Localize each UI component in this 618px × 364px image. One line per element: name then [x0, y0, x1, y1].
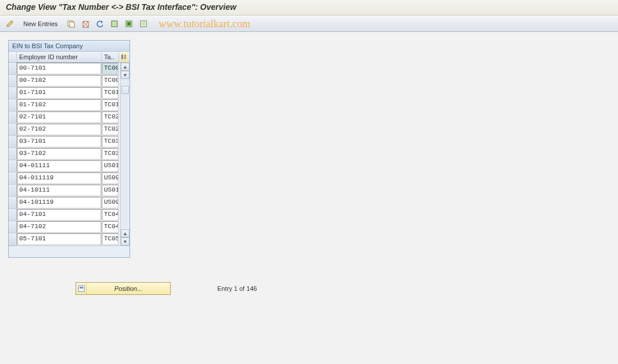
cell-ein[interactable]: 04-7102 — [17, 221, 101, 233]
cell-tax[interactable]: TC05 — [102, 233, 118, 245]
cell-ein[interactable]: 02-7102 — [17, 124, 101, 135]
table-row[interactable]: 05-7101TC05 — [9, 233, 120, 246]
toolbar: New Entries www.tutorialkart.com — [0, 16, 618, 32]
position-icon — [76, 283, 87, 294]
cell-tax[interactable]: TC00 — [102, 75, 118, 87]
cell-tax[interactable]: TC03 — [102, 148, 118, 160]
svg-rect-10 — [121, 55, 123, 59]
scroll-up2-icon[interactable]: ▲ — [121, 229, 130, 237]
page-title: Change View "Tax Number <-> BSI Tax Inte… — [6, 2, 612, 12]
cell-ein[interactable]: 03-7102 — [17, 148, 101, 160]
row-selector[interactable] — [9, 221, 17, 233]
cell-ein[interactable]: 01-7101 — [17, 87, 101, 99]
scroll-up-icon[interactable]: ▲ — [121, 63, 130, 71]
scroll-down2-icon[interactable]: ▼ — [121, 237, 130, 246]
svg-rect-11 — [124, 55, 126, 59]
select-block-icon[interactable] — [123, 18, 135, 30]
row-selector[interactable] — [9, 160, 17, 172]
table-row[interactable]: 04-011119US09 — [9, 172, 120, 185]
row-selector[interactable] — [9, 124, 17, 136]
cell-tax[interactable]: US09 — [102, 197, 118, 208]
row-selector[interactable] — [9, 63, 17, 75]
entry-status: Entry 1 of 146 — [217, 285, 257, 292]
cell-tax[interactable]: TC03 — [102, 136, 118, 147]
svg-rect-9 — [142, 22, 145, 26]
deselect-all-icon[interactable] — [137, 18, 150, 30]
title-bar: Change View "Tax Number <-> BSI Tax Inte… — [0, 0, 618, 16]
position-label: Position... — [87, 285, 170, 292]
row-selector[interactable] — [9, 87, 17, 99]
cell-ein[interactable]: 04-10111 — [17, 185, 101, 196]
select-all-icon[interactable] — [108, 18, 121, 30]
table-row[interactable]: 02-7102TC02 — [9, 124, 120, 136]
table-row[interactable]: 03-7102TC03 — [9, 148, 120, 160]
cell-tax[interactable]: TC02 — [102, 111, 118, 123]
table-row[interactable]: 04-7102TC04 — [9, 221, 120, 233]
cell-ein[interactable]: 05-7101 — [17, 233, 101, 245]
table-title: EIN to BSI Tax Company — [9, 41, 130, 52]
row-selector[interactable] — [9, 172, 17, 185]
svg-rect-1 — [70, 22, 74, 27]
table-config-icon[interactable] — [119, 52, 128, 62]
cell-ein[interactable]: 00-7102 — [17, 75, 101, 87]
svg-rect-5 — [112, 21, 117, 27]
cell-tax[interactable]: TC01 — [102, 99, 118, 111]
delete-icon[interactable] — [79, 18, 92, 30]
cell-ein[interactable]: 00-7101 — [17, 63, 101, 74]
table-row[interactable]: 03-7101TC03 — [9, 136, 120, 148]
cell-ein[interactable]: 04-101119 — [17, 197, 101, 208]
scroll-down-icon[interactable]: ▼ — [121, 71, 130, 79]
table-row[interactable]: 02-7101TC02 — [9, 111, 120, 124]
row-selector[interactable] — [9, 233, 17, 246]
cell-tax[interactable]: US01 — [102, 185, 118, 196]
table-footer — [9, 246, 130, 257]
column-header-tax[interactable]: Ta.. — [102, 52, 119, 62]
cell-ein[interactable]: 04-7101 — [17, 209, 101, 221]
cell-tax[interactable]: US01 — [102, 160, 118, 172]
table-row[interactable]: 04-10111US01 — [9, 185, 120, 197]
svg-rect-7 — [127, 22, 131, 26]
cell-tax[interactable]: TC00 — [102, 63, 118, 74]
table-row[interactable]: 00-7102TC00 — [9, 75, 120, 87]
row-selector[interactable] — [9, 111, 17, 124]
row-selector[interactable] — [9, 148, 17, 160]
row-selector[interactable] — [9, 185, 17, 197]
cell-tax[interactable]: TC02 — [102, 124, 118, 135]
row-selector[interactable] — [9, 136, 17, 148]
scroll-track[interactable] — [121, 79, 130, 229]
row-selector[interactable] — [9, 75, 17, 87]
scroll-thumb[interactable] — [121, 86, 129, 94]
cell-tax[interactable]: US09 — [102, 172, 118, 184]
table-row[interactable]: 04-101119US09 — [9, 197, 120, 209]
table-container: EIN to BSI Tax Company Employer ID numbe… — [8, 40, 130, 258]
cell-tax[interactable]: TC04 — [102, 209, 118, 221]
cell-ein[interactable]: 04-01111 — [17, 160, 101, 172]
cell-ein[interactable]: 04-011119 — [17, 172, 101, 184]
cell-tax[interactable]: TC04 — [102, 221, 118, 233]
table-row[interactable]: 01-7101TC01 — [9, 87, 120, 99]
table-row[interactable]: 04-01111US01 — [9, 160, 120, 172]
cell-ein[interactable]: 01-7102 — [17, 99, 101, 111]
position-button[interactable]: Position... — [76, 282, 171, 295]
table-row[interactable]: 04-7101TC04 — [9, 209, 120, 221]
svg-rect-13 — [80, 287, 83, 289]
column-header-ein[interactable]: Employer ID number — [17, 52, 102, 62]
cell-ein[interactable]: 03-7101 — [17, 136, 101, 147]
table-row[interactable]: 01-7102TC01 — [9, 99, 120, 111]
vertical-scrollbar[interactable]: ▲ ▼ ▲ ▼ — [120, 63, 130, 246]
header-selector-column[interactable] — [9, 52, 17, 62]
new-entries-button[interactable]: New Entries — [18, 19, 63, 29]
content-area: EIN to BSI Tax Company Employer ID numbe… — [0, 32, 618, 303]
row-selector[interactable] — [9, 99, 17, 111]
table-header-row: Employer ID number Ta.. — [9, 52, 130, 63]
row-selector[interactable] — [9, 209, 17, 221]
undo-icon[interactable] — [94, 18, 106, 30]
copy-icon[interactable] — [64, 18, 77, 30]
cell-tax[interactable]: TC01 — [102, 87, 118, 99]
table-rows: 00-7101TC0000-7102TC0001-7101TC0101-7102… — [9, 63, 120, 246]
table-row[interactable]: 00-7101TC00 — [9, 63, 120, 75]
watermark-text: www.tutorialkart.com — [159, 18, 250, 30]
row-selector[interactable] — [9, 197, 17, 209]
cell-ein[interactable]: 02-7101 — [17, 111, 101, 123]
toggle-change-icon[interactable] — [3, 18, 16, 30]
